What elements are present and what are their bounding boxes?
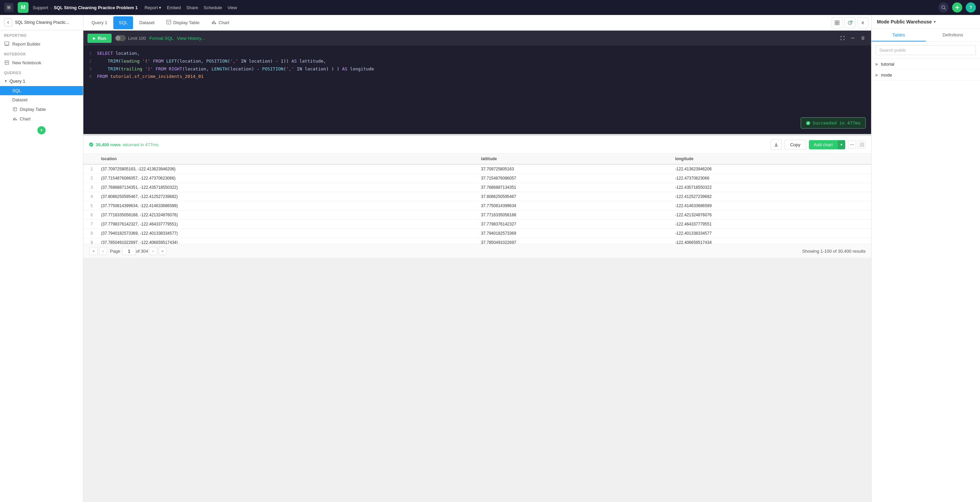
tab-chart[interactable]: Chart (206, 17, 235, 29)
add-chart-button[interactable]: Add chart (809, 140, 837, 149)
expand-icon-button[interactable] (832, 17, 843, 28)
schema-item-tutorial[interactable]: ▶ tutorial (872, 59, 980, 70)
add-chart-dropdown[interactable]: ▾ (837, 140, 845, 149)
tab-chart-label: Chart (218, 20, 229, 25)
nav-share[interactable]: Share (186, 5, 198, 10)
sidebar-item-dataset[interactable]: Dataset (0, 95, 83, 105)
col-header-longitude[interactable]: longitude (671, 154, 871, 164)
help-button[interactable]: ? (966, 2, 976, 13)
query-tabs-bar: Query 1 SQL Dataset Display Table Chart (83, 15, 871, 30)
content-area: Query 1 SQL Dataset Display Table Chart (83, 15, 871, 502)
tab-query1[interactable]: Query 1 (86, 16, 113, 29)
limit-toggle[interactable]: Limit 100 (115, 35, 146, 41)
cell-lattitude: 37.7716335058168 (477, 211, 671, 220)
sidebar-back-button[interactable] (4, 18, 12, 27)
nav-schedule[interactable]: Schedule (204, 5, 222, 10)
sidebar-item-new-notebook[interactable]: New Notebook (0, 57, 83, 68)
mode-logo-letter: M (21, 5, 25, 11)
right-panel-search (872, 42, 980, 59)
display-table-label: Display Table (20, 107, 46, 112)
warehouse-dropdown[interactable]: ▾ (934, 19, 936, 24)
minimize-editor-icon[interactable] (849, 34, 857, 42)
cell-longitude: -122.406659517434 (671, 238, 871, 244)
breadcrumb-support[interactable]: Support (33, 5, 48, 10)
last-page-button[interactable]: » (159, 247, 167, 255)
cell-location: (37.7850491022697, -122.406659517434) (97, 238, 477, 244)
add-chart-group: Add chart ▾ (809, 140, 845, 149)
maximize-results-button[interactable]: ⬜ (858, 140, 865, 149)
nav-links: Report ▾ Embed Share Schedule View (145, 5, 237, 10)
col-header-location[interactable]: location (97, 154, 477, 164)
minimize-results-button[interactable]: — (848, 140, 856, 149)
mode-label: mode (881, 72, 892, 78)
cell-rownum: 4 (83, 192, 97, 201)
cell-lattitude: 37.7850491022697 (477, 238, 671, 244)
mode-logo-small: M (4, 3, 14, 12)
run-button[interactable]: ▶ Run (88, 34, 111, 43)
query-chevron: ▼ (4, 79, 8, 83)
svg-text:?: ? (969, 5, 972, 10)
tab-dataset[interactable]: Dataset (134, 16, 160, 29)
view-history-button[interactable]: View History... (177, 36, 205, 41)
table-row: 1 (37.709725805163, -122.413623946206) 3… (83, 164, 871, 174)
search-input[interactable] (875, 45, 976, 55)
tab-display-table[interactable]: Display Table (161, 17, 205, 29)
first-page-button[interactable]: « (89, 247, 98, 255)
query1-header[interactable]: ▼ Query 1 (0, 76, 83, 86)
sidebar-report-title: SQL String Cleaning Practic... (15, 20, 79, 25)
data-table-wrap[interactable]: location lattitude longitude 1 (37.70972… (83, 154, 871, 244)
right-panel-tab-tables[interactable]: Tables (872, 29, 926, 41)
search-icon-button[interactable] (939, 2, 949, 13)
svg-rect-26 (835, 23, 837, 25)
right-panel-title: Mode Public Warehouse (877, 19, 932, 24)
svg-text:M: M (8, 6, 10, 10)
format-sql-button[interactable]: Format SQL (150, 36, 173, 41)
code-line-1: 1 SELECT location, (83, 50, 871, 57)
sidebar-item-chart[interactable]: Chart (0, 114, 83, 124)
table-row: 5 (37.7750814399634, -122.414633686589) … (83, 201, 871, 211)
svg-rect-15 (13, 118, 14, 121)
settings-icon[interactable] (859, 34, 867, 42)
results-info: Showing 1-100 of 30,400 results (802, 249, 865, 254)
add-query-button[interactable]: + (37, 126, 46, 134)
dataset-label: Dataset (12, 97, 27, 102)
nav-report[interactable]: Report ▾ (145, 5, 162, 10)
next-page-button[interactable]: › (149, 247, 157, 255)
limit-toggle-box[interactable] (115, 35, 126, 41)
mode-chevron: ▶ (875, 73, 878, 77)
table-row: 3 (37.7686887134351, -122.435718550322) … (83, 183, 871, 192)
svg-rect-17 (16, 119, 17, 121)
sidebar-item-sql[interactable]: SQL (0, 86, 83, 95)
code-editor[interactable]: 1 SELECT location, 2 TRIM(leading '(' FR… (83, 46, 871, 134)
add-button[interactable] (952, 2, 962, 13)
pagination-bar: « ‹ Page of 304 › » Showing 1-100 of 30,… (83, 244, 871, 258)
col-header-lattitude[interactable]: lattitude (477, 154, 671, 164)
sidebar-item-display-table[interactable]: Display Table (0, 105, 83, 114)
prev-page-button[interactable]: ‹ (99, 247, 107, 255)
chart-icon (12, 116, 18, 121)
cell-location: (37.709725805163, -122.413623946206) (97, 164, 477, 174)
tab-sql[interactable]: SQL (113, 16, 133, 29)
cell-rownum: 6 (83, 211, 97, 220)
sidebar-item-report-builder[interactable]: Report Builder (0, 39, 83, 49)
display-table-tab-icon (166, 20, 171, 25)
page-input[interactable] (122, 247, 136, 255)
cell-location: (37.7940182573369, -122.401338334577) (97, 229, 477, 238)
cell-location: (37.7154876086057, -122.47370623066) (97, 174, 477, 183)
expand-editor-icon[interactable] (838, 34, 846, 42)
right-panel-tab-definitions[interactable]: Definitions (926, 29, 980, 41)
new-notebook-label: New Notebook (12, 60, 41, 65)
nav-embed[interactable]: Embed (167, 5, 181, 10)
download-button[interactable] (771, 139, 782, 150)
collapse-right-button[interactable] (858, 17, 869, 28)
copy-button[interactable]: Copy (784, 140, 806, 149)
schedule-icon-button[interactable] (845, 17, 856, 28)
schema-item-mode[interactable]: ▶ mode (872, 70, 980, 81)
cell-lattitude: 37.7940182573369 (477, 229, 671, 238)
cell-location: (37.8086250595467, -122.412527239682) (97, 192, 477, 201)
chart-label: Chart (20, 116, 30, 121)
svg-rect-23 (215, 22, 216, 24)
play-icon: ▶ (93, 37, 95, 40)
nav-view[interactable]: View (228, 5, 237, 10)
sidebar-top: SQL String Cleaning Practic... (0, 15, 83, 30)
